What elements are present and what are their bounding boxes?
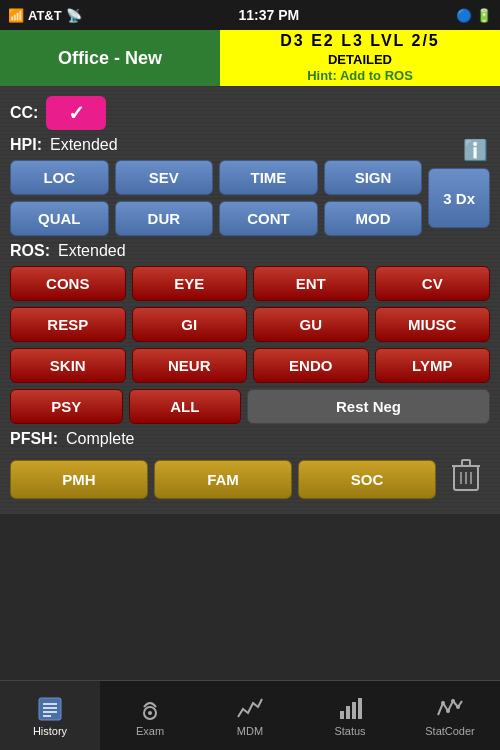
nav-exam[interactable]: Exam [100, 681, 200, 750]
bottom-navigation: History Exam MDM Status S [0, 680, 500, 750]
hpi-dur-button[interactable]: DUR [115, 201, 214, 236]
nav-mdm[interactable]: MDM [200, 681, 300, 750]
trash-icon[interactable] [442, 454, 490, 504]
nav-status[interactable]: Status [300, 681, 400, 750]
level-box: D3 E2 L3 LVL 2/5 DETAILED Hint: Add to R… [220, 30, 500, 86]
svg-rect-16 [358, 698, 362, 719]
carrier-label: AT&T [28, 8, 62, 23]
svg-point-18 [446, 709, 450, 713]
pfsh-button-group: PMH FAM SOC [10, 460, 436, 499]
ros-cv-button[interactable]: CV [375, 266, 491, 301]
hpi-row: HPI: Extended [10, 136, 490, 154]
nav-statcoder-label: StatCoder [425, 725, 475, 737]
svg-point-20 [456, 705, 460, 709]
level-line1: D3 E2 L3 LVL 2/5 [280, 31, 439, 52]
signal-icon: 📶 [8, 8, 24, 23]
hpi-time-button[interactable]: TIME [219, 160, 318, 195]
main-content: CC: ✓ ℹ️ HPI: Extended LOC SEV TIME SIGN… [0, 86, 500, 514]
ros-ent-button[interactable]: ENT [253, 266, 369, 301]
pfsh-pmh-button[interactable]: PMH [10, 460, 148, 499]
ros-lymp-button[interactable]: LYMP [375, 348, 491, 383]
svg-point-17 [441, 701, 445, 705]
hpi-sev-button[interactable]: SEV [115, 160, 214, 195]
ros-last-row: PSY ALL Rest Neg [10, 389, 490, 424]
svg-rect-14 [346, 706, 350, 719]
ros-all-button[interactable]: ALL [129, 389, 242, 424]
nav-statcoder[interactable]: StatCoder [400, 681, 500, 750]
status-time: 11:37 PM [239, 7, 300, 23]
ros-rest-neg-button[interactable]: Rest Neg [247, 389, 490, 424]
hpi-buttons-area: LOC SEV TIME SIGN QUAL DUR CONT MOD 3 Dx [10, 160, 490, 236]
nav-exam-label: Exam [136, 725, 164, 737]
header-row: Office - New D3 E2 L3 LVL 2/5 DETAILED H… [0, 30, 500, 86]
trash-svg [450, 458, 482, 494]
pfsh-buttons-area: PMH FAM SOC [10, 454, 490, 504]
nav-history-label: History [33, 725, 67, 737]
ros-psy-button[interactable]: PSY [10, 389, 123, 424]
hpi-value: Extended [50, 136, 118, 154]
level-line2: DETAILED [328, 52, 392, 69]
ros-gi-button[interactable]: GI [132, 307, 248, 342]
wifi-icon: 📡 [66, 8, 82, 23]
battery-icon: 🔋 [476, 8, 492, 23]
three-dx-button[interactable]: 3 Dx [428, 168, 490, 228]
hpi-qual-button[interactable]: QUAL [10, 201, 109, 236]
ros-skin-button[interactable]: SKIN [10, 348, 126, 383]
svg-rect-13 [340, 711, 344, 719]
pfsh-row: PFSH: Complete [10, 430, 490, 448]
ros-eye-button[interactable]: EYE [132, 266, 248, 301]
nav-mdm-label: MDM [237, 725, 263, 737]
ros-value: Extended [58, 242, 126, 260]
statcoder-nav-icon [436, 695, 464, 723]
hpi-mod-button[interactable]: MOD [324, 201, 423, 236]
pfsh-fam-button[interactable]: FAM [154, 460, 292, 499]
pfsh-soc-button[interactable]: SOC [298, 460, 436, 499]
mdm-nav-icon [236, 695, 264, 723]
cc-check-button[interactable]: ✓ [46, 96, 106, 130]
ros-neur-button[interactable]: NEUR [132, 348, 248, 383]
office-new-button[interactable]: Office - New [0, 30, 220, 86]
status-right: 🔵 🔋 [456, 8, 492, 23]
hpi-button-grid: LOC SEV TIME SIGN QUAL DUR CONT MOD [10, 160, 422, 236]
level-line3: Hint: Add to ROS [307, 68, 413, 85]
ros-button-grid: CONS EYE ENT CV RESP GI GU MIUSC SKIN NE… [10, 266, 490, 383]
status-nav-icon [336, 695, 364, 723]
hpi-label: HPI: [10, 136, 42, 154]
pfsh-value: Complete [66, 430, 134, 448]
exam-nav-icon [136, 695, 164, 723]
nav-history[interactable]: History [0, 681, 100, 750]
svg-rect-2 [462, 460, 470, 466]
svg-point-19 [451, 699, 455, 703]
status-bar: 📶 AT&T 📡 11:37 PM 🔵 🔋 [0, 0, 500, 30]
ros-miusc-button[interactable]: MIUSC [375, 307, 491, 342]
hpi-sign-button[interactable]: SIGN [324, 160, 423, 195]
status-left: 📶 AT&T 📡 [8, 8, 82, 23]
cc-row: CC: ✓ [10, 96, 490, 130]
hpi-loc-button[interactable]: LOC [10, 160, 109, 195]
bluetooth-icon: 🔵 [456, 8, 472, 23]
ros-endo-button[interactable]: ENDO [253, 348, 369, 383]
nav-status-label: Status [334, 725, 365, 737]
pfsh-label: PFSH: [10, 430, 58, 448]
ros-gu-button[interactable]: GU [253, 307, 369, 342]
ros-cons-button[interactable]: CONS [10, 266, 126, 301]
info-icon[interactable]: ℹ️ [463, 138, 488, 162]
hpi-cont-button[interactable]: CONT [219, 201, 318, 236]
history-nav-icon [36, 695, 64, 723]
svg-point-12 [148, 711, 152, 715]
svg-rect-15 [352, 702, 356, 719]
ros-label: ROS: [10, 242, 50, 260]
cc-label: CC: [10, 104, 38, 122]
ros-row: ROS: Extended [10, 242, 490, 260]
ros-resp-button[interactable]: RESP [10, 307, 126, 342]
